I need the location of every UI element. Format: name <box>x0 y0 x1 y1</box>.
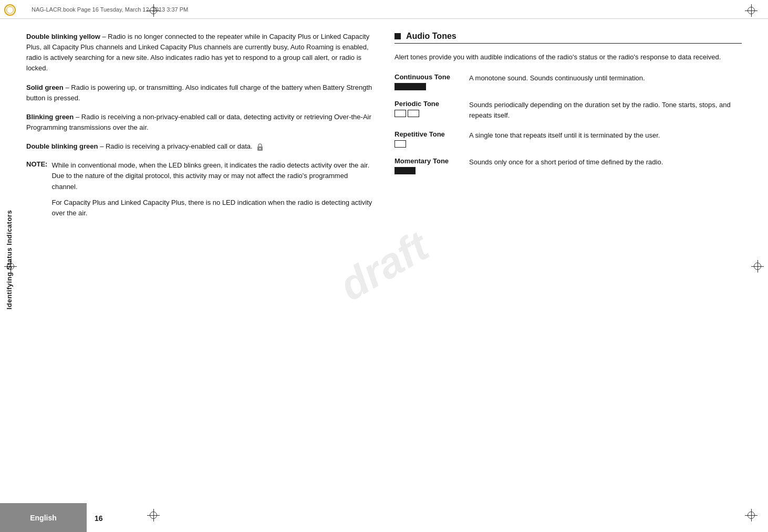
tone-desc-continuous: A monotone sound. Sounds continuously un… <box>469 73 742 84</box>
tone-name-col-periodic: Periodic Tone <box>395 100 463 117</box>
tone-block-outline-2 <box>408 110 419 117</box>
tone-row-repetitive: Repetitive Tone A single tone that repea… <box>395 130 742 148</box>
page-number: 16 <box>95 514 103 523</box>
tone-name-repetitive: Repetitive Tone <box>395 130 463 138</box>
tone-visual-momentary <box>395 167 463 174</box>
tone-name-col-continuous: Continuous Tone <box>395 73 463 90</box>
tone-desc-momentary: Sounds only once for a short period of t… <box>469 157 742 168</box>
note-label: NOTE: <box>26 160 47 224</box>
section-title: Audio Tones <box>406 32 456 41</box>
note-content: While in conventional mode, when the LED… <box>51 160 373 224</box>
para-double-blinking-yellow: Double blinking yellow – Radio is no lon… <box>26 32 373 74</box>
top-bar-text: NAG-LACR.book Page 16 Tuesday, March 12,… <box>32 6 188 13</box>
tone-name-periodic: Periodic Tone <box>395 100 463 108</box>
term-blinking-green: Blinking green <box>26 113 74 121</box>
sidebar-label: Identifying Status Indicators <box>6 210 14 309</box>
tone-row-continuous: Continuous Tone A monotone sound. Sounds… <box>395 73 742 90</box>
para-double-blinking-green: Double blinking green – Radio is receivi… <box>26 141 373 152</box>
crosshair-mid-right <box>751 260 764 273</box>
tone-name-continuous: Continuous Tone <box>395 73 463 81</box>
note-para-1: While in conventional mode, when the LED… <box>51 160 373 192</box>
text-double-blinking-green: Radio is receiving a privacy-enabled cal… <box>106 142 253 150</box>
term-double-blinking-green: Double blinking green <box>26 142 98 150</box>
top-bar: NAG-LACR.book Page 16 Tuesday, March 12,… <box>0 0 768 19</box>
tone-row-momentary: Momentary Tone Sounds only once for a sh… <box>395 157 742 174</box>
svg-point-1 <box>260 148 261 149</box>
tone-desc-repetitive: A single tone that repeats itself until … <box>469 130 742 141</box>
crosshair-bottom-left <box>147 509 160 521</box>
para-solid-green: Solid green – Radio is powering up, or t… <box>26 82 373 103</box>
tone-name-momentary: Momentary Tone <box>395 157 463 165</box>
tone-visual-periodic <box>395 110 463 117</box>
crosshair-bottom-right <box>745 509 757 521</box>
section-header-icon <box>395 33 401 39</box>
note-block: NOTE: While in conventional mode, when t… <box>26 160 373 224</box>
tone-block-full <box>395 83 426 90</box>
tone-visual-continuous <box>395 83 463 90</box>
left-column: Double blinking yellow – Radio is no lon… <box>26 26 373 495</box>
text-solid-green: Radio is powering up, or transmitting. A… <box>26 84 372 102</box>
term-double-blinking-yellow: Double blinking yellow <box>26 33 100 40</box>
term-solid-green: Solid green <box>26 84 64 91</box>
tone-block-full-momentary <box>395 167 416 174</box>
left-sidebar: Identifying Status Indicators <box>0 19 19 500</box>
tone-name-col-momentary: Momentary Tone <box>395 157 463 174</box>
section-header: Audio Tones <box>395 32 742 44</box>
tone-name-col-repetitive: Repetitive Tone <box>395 130 463 148</box>
tone-row-periodic: Periodic Tone Sounds periodically depend… <box>395 100 742 121</box>
main-content: Double blinking yellow – Radio is no lon… <box>26 26 742 495</box>
bottom-tab-label: English <box>30 514 57 522</box>
para-blinking-green: Blinking green – Radio is receiving a no… <box>26 112 373 133</box>
bottom-tab: English <box>0 503 87 532</box>
tone-block-outline-1 <box>395 110 406 117</box>
tone-block-outline-rep <box>395 140 406 148</box>
tone-visual-repetitive <box>395 140 463 148</box>
right-column: Audio Tones Alert tones provide you with… <box>395 26 742 495</box>
section-intro: Alert tones provide you with audible ind… <box>395 52 742 62</box>
lock-icon <box>256 143 264 151</box>
note-para-2: For Capacity Plus and Linked Capacity Pl… <box>51 197 373 218</box>
tone-desc-periodic: Sounds periodically depending on the dur… <box>469 100 742 121</box>
